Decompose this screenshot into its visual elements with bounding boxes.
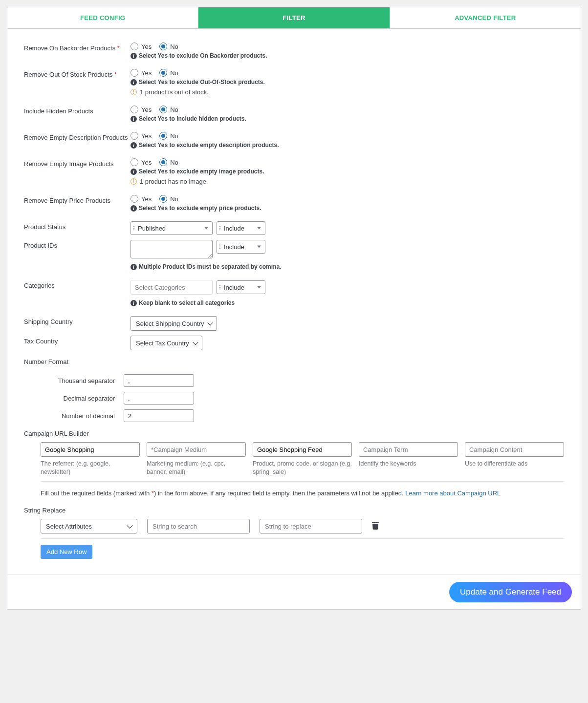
status-select[interactable]: Published xyxy=(131,221,213,235)
hidden-hint: iSelect Yes to include hidden products. xyxy=(131,115,564,122)
shipping-label: Shipping Country xyxy=(24,316,131,325)
decimal-label: Decimal separator xyxy=(24,395,124,402)
numdec-label: Number of decimal xyxy=(24,412,124,420)
emptyimg-warning: !1 product has no image. xyxy=(131,178,564,185)
emptyprice-no[interactable] xyxy=(159,195,167,203)
thousand-input[interactable] xyxy=(124,374,194,387)
campaign-source-input[interactable] xyxy=(41,442,140,457)
emptyprice-hint: iSelect Yes to exclude empty price produ… xyxy=(131,205,564,212)
add-row-button[interactable]: Add New Row xyxy=(41,545,92,559)
campaign-note: Fill out the required fields (marked wit… xyxy=(41,489,564,498)
tax-select[interactable]: Select Tax Country xyxy=(131,336,202,350)
trash-icon[interactable] xyxy=(372,522,380,531)
backorder-no[interactable] xyxy=(159,43,167,50)
emptyprice-yes[interactable] xyxy=(131,195,138,203)
emptydesc-no[interactable] xyxy=(159,132,167,140)
info-icon: i xyxy=(131,205,137,212)
campaign-name-input[interactable] xyxy=(253,442,352,457)
emptydesc-yes[interactable] xyxy=(131,132,138,140)
emptyimg-yes[interactable] xyxy=(131,158,138,166)
categories-include-select[interactable]: Include xyxy=(217,280,265,294)
campaign-term-input[interactable] xyxy=(359,442,458,457)
info-icon: i xyxy=(131,116,137,122)
emptyimg-label: Remove Empty Image Products xyxy=(24,158,131,168)
campaign-name-desc: Product, promo code, or slogan (e.g. spr… xyxy=(253,460,352,476)
emptydesc-hint: iSelect Yes to exclude empty description… xyxy=(131,142,564,149)
categories-hint: iKeep blank to select all categories xyxy=(131,299,564,306)
warning-icon: ! xyxy=(131,89,137,95)
campaign-medium-input[interactable] xyxy=(147,442,246,457)
shipping-select[interactable]: Select Shipping Country xyxy=(131,316,217,331)
ids-label: Product IDs xyxy=(24,240,131,249)
hidden-yes[interactable] xyxy=(131,106,138,113)
submit-button[interactable]: Update and Generate Feed xyxy=(449,582,572,602)
outofstock-hint: iSelect Yes to exclude Out-Of-Stock prod… xyxy=(131,79,564,85)
sr-search-input[interactable] xyxy=(147,519,250,533)
ids-textarea[interactable] xyxy=(131,240,213,258)
info-icon: i xyxy=(131,169,137,175)
hidden-no[interactable] xyxy=(159,106,167,113)
thousand-label: Thousand separator xyxy=(24,377,124,384)
campaign-content-input[interactable] xyxy=(465,442,564,457)
emptyimg-hint: iSelect Yes to exclude empty image produ… xyxy=(131,168,564,175)
decimal-input[interactable] xyxy=(124,392,194,405)
emptydesc-label: Remove Empty Description Products xyxy=(24,132,131,141)
campaign-learn-link[interactable]: Learn more about Campaign URL xyxy=(405,490,501,497)
tab-feed-config[interactable]: FEED CONFIG xyxy=(7,7,198,28)
info-icon: i xyxy=(131,142,137,149)
outofstock-no[interactable] xyxy=(159,69,167,77)
status-include-select[interactable]: Include xyxy=(217,221,265,235)
tab-advanced-filter[interactable]: ADVANCED FILTER xyxy=(390,7,581,28)
stringreplace-title: String Replace xyxy=(24,507,564,514)
info-icon: i xyxy=(131,264,137,270)
backorder-yes[interactable] xyxy=(131,43,138,50)
outofstock-yes[interactable] xyxy=(131,69,138,77)
tab-filter[interactable]: FILTER xyxy=(198,7,390,28)
ids-hint: iMultiple Product IDs must be separated … xyxy=(131,263,564,270)
campaign-term-desc: Identify the keywords xyxy=(359,460,458,468)
info-icon: i xyxy=(131,79,137,85)
hidden-label: Include Hidden Products xyxy=(24,106,131,115)
emptyimg-no[interactable] xyxy=(159,158,167,166)
info-icon: i xyxy=(131,53,137,59)
emptyprice-label: Remove Empty Price Products xyxy=(24,195,131,204)
backorder-hint: iSelect Yes to exclude On Backorder prod… xyxy=(131,52,564,59)
tax-label: Tax Country xyxy=(24,336,131,345)
info-icon: i xyxy=(131,300,137,306)
campaign-title: Campaign URL Builder xyxy=(24,430,564,437)
campaign-content-desc: Use to differentiate ads xyxy=(465,460,564,468)
numfmt-title: Number Format xyxy=(24,358,564,365)
categories-input[interactable]: Select Categories xyxy=(131,280,213,295)
status-label: Product Status xyxy=(24,221,131,231)
backorder-label: Remove On Backorder Products * xyxy=(24,43,131,52)
campaign-medium-desc: Marketing medium: (e.g. cpc, banner, ema… xyxy=(147,460,246,476)
categories-label: Categories xyxy=(24,280,131,289)
sr-replace-input[interactable] xyxy=(260,519,362,533)
sr-attribute-select[interactable]: Select Attributes xyxy=(41,519,137,533)
outofstock-label: Remove Out Of Stock Products * xyxy=(24,69,131,78)
warning-icon: ! xyxy=(131,178,137,185)
ids-include-select[interactable]: Include xyxy=(217,240,265,254)
outofstock-warning: !1 product is out of stock. xyxy=(131,88,564,96)
campaign-source-desc: The referrer: (e.g. google, newsletter) xyxy=(41,460,140,476)
numdec-input[interactable] xyxy=(124,409,194,422)
